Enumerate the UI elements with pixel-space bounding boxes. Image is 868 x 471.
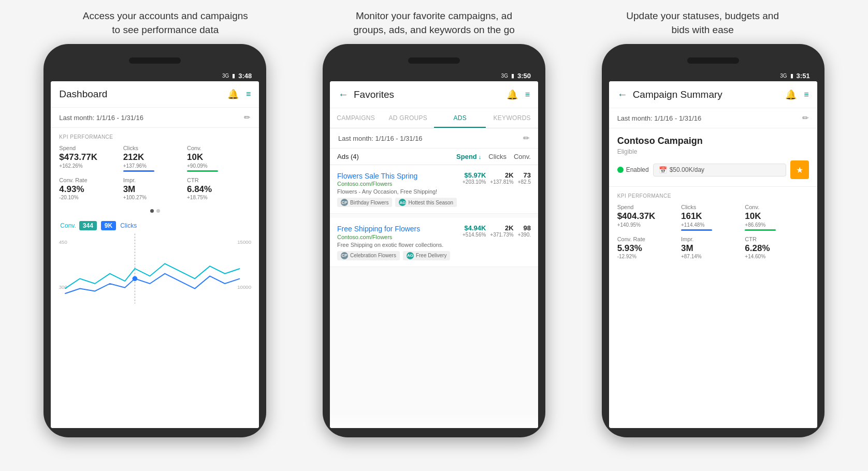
phone1-signal: 3G: [222, 73, 229, 79]
phone-1: 3G ▮ 3:48 Dashboard 🔔 ≡ Last month: 1/1/…: [44, 44, 266, 437]
ad1-title[interactable]: Flowers Sale This Spring: [337, 171, 458, 181]
phone3-enabled-status: Enabled: [617, 166, 649, 173]
phone3-back-button[interactable]: ←: [617, 89, 628, 100]
ad2-header: Free Shipping for Flowers Contoso.com/Fl…: [337, 224, 531, 251]
phone1-kpi-clicks: Clicks 212K +137.96%: [123, 145, 187, 171]
ad-item-2[interactable]: Free Shipping for Flowers Contoso.com/Fl…: [330, 218, 538, 267]
phone1-title: Dashboard: [59, 89, 227, 100]
ad1-tag1-label: Birthday Flowers: [350, 200, 388, 205]
ad-item-1[interactable]: Flowers Sale This Spring Contoso.com/Flo…: [330, 165, 538, 214]
phone2-header: ← Favorites 🔔 ≡: [330, 81, 538, 108]
phone3-green-dot: [617, 167, 624, 173]
phone3-kpi-ctr: CTR 6.28% +14.60%: [745, 236, 808, 261]
phone3-enabled-label: Enabled: [626, 166, 649, 173]
ad2-title[interactable]: Free Shipping for Flowers: [337, 224, 458, 233]
phone3-edit-icon[interactable]: ✏: [802, 113, 809, 123]
phone2-top: [330, 53, 538, 68]
phone3-top: [609, 53, 817, 68]
ad1-tag2-icon: AG: [399, 199, 406, 206]
phone3-header: ← Campaign Summary 🔔 ≡: [609, 81, 817, 108]
phone1-speaker: [129, 57, 181, 64]
phone2-date-row: Last month: 1/1/16 - 1/31/16 ✏: [330, 128, 538, 149]
phone2-col-clicks[interactable]: Clicks: [488, 153, 507, 160]
phone3-kpi-conv-bar: [745, 229, 776, 231]
phone2-title: Favorites: [354, 89, 507, 100]
phone1-kpi-ctr: CTR 6.84% +18.75%: [187, 177, 251, 202]
phone3-budget-badge[interactable]: 📅 $50.00K/day: [653, 164, 786, 176]
phone1-status-bar: 3G ▮ 3:48: [51, 70, 259, 81]
phone1-bell-icon[interactable]: 🔔: [227, 89, 239, 100]
tab-keywords[interactable]: KEYWORDS: [486, 108, 538, 128]
phone2-col-conv: Conv.: [514, 153, 531, 160]
phone1-kpi-grid: Spend $473.77K +162.26% Clicks 212K +137…: [59, 145, 251, 202]
phones-row: 3G ▮ 3:48 Dashboard 🔔 ≡ Last month: 1/1/…: [0, 44, 868, 437]
phone1-kpi-label: KPI PERFORMANCE: [59, 134, 251, 140]
ad1-tag2-label: Hottest this Season: [408, 200, 453, 205]
phone1-kpi-spend: Spend $473.77K +162.26%: [59, 145, 123, 171]
phone1-kpi-impr: Impr. 3M +100.27%: [123, 177, 187, 202]
phone3-kpi-clicks-bar: [681, 229, 712, 231]
ad2-tag1-label: Celebration Flowers: [350, 253, 396, 258]
phone2-signal: 3G: [501, 73, 508, 79]
phone3-bell-icon[interactable]: 🔔: [785, 89, 797, 100]
phone2-menu-icon[interactable]: ≡: [525, 90, 530, 99]
ad2-spend-metric: $4.94K +514.56%: [462, 224, 486, 238]
phone3-date-row: Last month: 1/1/16 - 1/31/16 ✏: [609, 108, 817, 128]
phone2-speaker: [408, 57, 460, 64]
ad1-url: Contoso.com/Flowers: [337, 181, 458, 187]
phone2-ads-list[interactable]: Flowers Sale This Spring Contoso.com/Flo…: [330, 165, 538, 428]
phone1-kpi-section: KPI PERFORMANCE Spend $473.77K +162.26% …: [51, 128, 259, 206]
phone3-status-bar: 3G ▮ 3:51: [609, 70, 817, 81]
ad1-tag1-icon: CP: [341, 199, 348, 206]
ad2-tag-2: AG Free Delivery: [403, 251, 450, 260]
top-captions: Access your accounts and campaigns to se…: [0, 0, 868, 44]
ad2-url: Contoso.com/Flowers: [337, 234, 458, 240]
phone3-signal: 3G: [780, 73, 787, 79]
phone1-chart-svg: 450 300 15000 10000: [55, 232, 255, 305]
phone3-budget: $50.00K/day: [670, 166, 704, 173]
phone1-kpi-conv-rate: Conv. Rate 4.93% -20.10%: [59, 177, 123, 202]
ad2-tag2-icon: AG: [407, 252, 414, 259]
phone3-date: Last month: 1/1/16 - 1/31/16: [617, 114, 702, 122]
phone3-kpi-conv: Conv. 10K +86.69%: [745, 204, 808, 230]
ad2-desc: Free Shipping on exotic flower collectio…: [337, 242, 458, 248]
phone3-speaker: [687, 57, 739, 64]
phone2-ads-count: Ads (4): [337, 153, 456, 160]
phone3-kpi-conv-rate: Conv. Rate 5.93% -12.92%: [617, 236, 681, 261]
caption-phone3: Update your statuses, budgets and bids w…: [582, 9, 823, 37]
phone3-star-badge[interactable]: ★: [790, 160, 809, 179]
phone3-menu-icon[interactable]: ≡: [804, 90, 808, 99]
phone1-bubble-conv: 344: [79, 221, 97, 230]
phone2-time: 3:50: [517, 72, 531, 80]
phone1-edit-icon[interactable]: ✏: [244, 113, 251, 122]
phone1-chart-legend-row: Conv. 344 9K Clicks: [55, 219, 255, 232]
phone2-ads-subheader: Ads (4) Spend ↓ Clicks Conv.: [330, 149, 538, 165]
phone-3: 3G ▮ 3:51 ← Campaign Summary 🔔 ≡ Last mo…: [602, 44, 824, 437]
ad2-tag-1: CP Celebration Flowers: [337, 251, 400, 260]
phone3-kpi-label: KPI PERFORMANCE: [617, 193, 809, 199]
phone3-kpi-impr: Impr. 3M +87.14%: [681, 236, 745, 261]
ad2-conv-metric: 98 +390.: [518, 224, 531, 238]
phone2-screen: ← Favorites 🔔 ≡ CAMPAIGNS AD GROUPS ADS …: [330, 81, 538, 428]
phone2-bell-icon[interactable]: 🔔: [507, 89, 518, 100]
phone3-title: Campaign Summary: [633, 89, 786, 100]
tab-ads[interactable]: ADS: [434, 108, 486, 128]
phone2-back-button[interactable]: ←: [338, 89, 349, 100]
phone1-kpi-clicks-bar: [123, 170, 154, 172]
phone1-screen: Dashboard 🔔 ≡ Last month: 1/1/16 - 1/31/…: [51, 81, 259, 428]
ad2-tag2-label: Free Delivery: [416, 253, 446, 258]
phone1-menu-icon[interactable]: ≡: [246, 90, 251, 99]
ad1-clicks-metric: 2K +137.81%: [490, 171, 513, 185]
ad1-tag-1: CP Birthday Flowers: [337, 198, 392, 207]
tab-ad-groups[interactable]: AD GROUPS: [382, 108, 434, 128]
ad1-spend-metric: $5.97K +203.10%: [462, 171, 486, 185]
phone3-campaign-info: Contoso Campaign Eligible Enabled 📅 $50.…: [609, 128, 817, 187]
phone2-battery-icon: ▮: [511, 72, 514, 79]
phone1-battery-icon: ▮: [232, 72, 235, 79]
svg-text:15000: 15000: [238, 239, 252, 245]
phone1-date: Last month: 1/1/16 - 1/31/16: [59, 114, 143, 122]
sort-down-icon: ↓: [479, 154, 482, 160]
tab-campaigns[interactable]: CAMPAIGNS: [330, 108, 382, 128]
phone2-col-spend[interactable]: Spend ↓: [456, 153, 481, 160]
phone2-edit-icon[interactable]: ✏: [523, 134, 530, 143]
